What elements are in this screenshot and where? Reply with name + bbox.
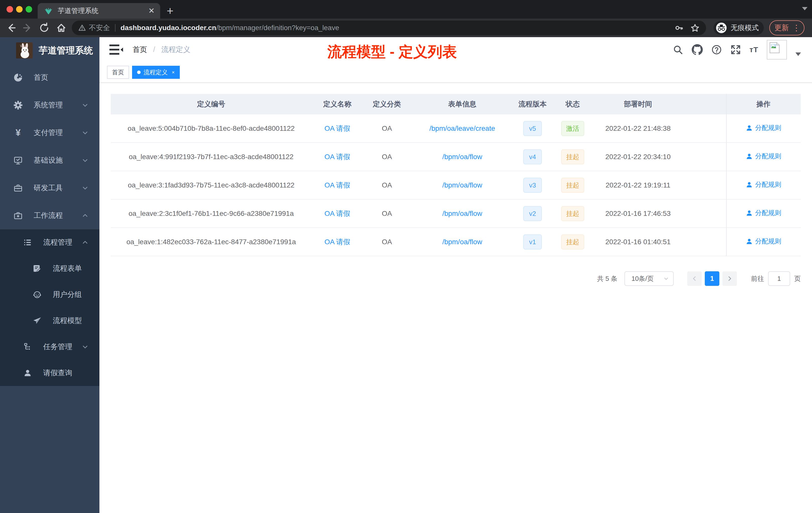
form-link[interactable]: /bpm/oa/flow — [442, 210, 482, 217]
cell-deploy-time: 2022-01-22 19:19:11 — [594, 181, 682, 189]
window-minimize-button[interactable] — [16, 6, 23, 12]
form-link[interactable]: /bpm/oa/flow — [442, 153, 482, 161]
forward-icon[interactable] — [22, 22, 33, 33]
cell-category: OA — [363, 124, 411, 132]
avatar-dropdown-caret-icon[interactable] — [795, 53, 801, 56]
definition-name-link[interactable]: OA 请假 — [324, 238, 350, 246]
goto-label: 前往 — [751, 274, 764, 283]
version-badge: v2 — [523, 206, 542, 221]
logo-rabbit-image — [16, 42, 33, 58]
page-size-select[interactable]: 10条/页 — [625, 271, 674, 286]
browser-menu-icon[interactable]: ⋮ — [792, 24, 801, 32]
github-icon[interactable] — [692, 44, 703, 55]
cell-definition-id: oa_leave:1:482ec033-762a-11ec-8477-a2380… — [111, 238, 312, 246]
sidebar-item-user-group[interactable]: 用户分组 — [0, 281, 99, 308]
assign-rule-button[interactable]: 分配规则 — [746, 123, 781, 132]
sidebar-collapse-hamburger-icon[interactable] — [109, 43, 123, 56]
assign-rule-button[interactable]: 分配规则 — [746, 180, 781, 189]
reload-icon[interactable] — [39, 22, 50, 33]
password-key-icon[interactable] — [674, 23, 684, 32]
browser-tab-strip: 芋道管理系统 ✕ + — [0, 0, 812, 19]
pagination-total: 共 5 条 — [597, 274, 617, 283]
cell-definition-id: oa_leave:3:1fad3d93-7b75-11ec-a3c8-acde4… — [111, 181, 312, 189]
cell-deploy-time: 2022-01-16 01:40:51 — [594, 238, 682, 246]
sidebar-logo[interactable]: 芋道管理系统 — [0, 37, 99, 64]
definition-name-link[interactable]: OA 请假 — [324, 210, 350, 217]
form-link[interactable]: /bpm/oa/flow — [442, 181, 482, 189]
user-icon — [746, 238, 753, 245]
tab-search-caret-icon[interactable] — [802, 7, 808, 10]
tag-home[interactable]: 首页 — [107, 66, 129, 79]
browser-update-button[interactable]: 更新 ⋮ — [769, 20, 805, 35]
sidebar-item-task-management[interactable]: 任务管理 — [0, 334, 99, 360]
sidebar-item-leave-query[interactable]: 请假查询 — [0, 360, 99, 386]
new-tab-button[interactable]: + — [167, 4, 174, 17]
form-link[interactable]: /bpm/oa/leave/create — [429, 124, 495, 132]
assign-rule-button[interactable]: 分配规则 — [746, 209, 781, 217]
tag-close-icon[interactable]: × — [172, 69, 175, 75]
security-label[interactable]: 不安全 — [89, 23, 110, 33]
user-icon — [746, 124, 753, 131]
tag-process-definition[interactable]: 流程定义 × — [132, 66, 180, 79]
sidebar-item-process-model[interactable]: 流程模型 — [0, 308, 99, 334]
window-controls[interactable] — [6, 6, 32, 12]
workflow-submenu: 流程管理 流程表单 — [0, 230, 99, 386]
fullscreen-icon[interactable] — [730, 44, 741, 55]
definition-name-link[interactable]: OA 请假 — [324, 124, 350, 132]
breadcrumb-home[interactable]: 首页 — [133, 46, 147, 54]
table-row: oa_leave:2:3c1f0ef1-76b1-11ec-9c66-a2380… — [111, 200, 801, 228]
update-label[interactable]: 更新 — [774, 23, 789, 33]
prev-page-button[interactable] — [687, 271, 702, 286]
column-header-name: 定义名称 — [312, 99, 363, 109]
sidebar-item-system[interactable]: 系统管理 — [0, 91, 99, 119]
sidebar-item-label: 流程模型 — [53, 316, 82, 326]
definition-name-link[interactable]: OA 请假 — [324, 181, 350, 189]
font-size-icon[interactable]: ᴛT — [750, 46, 758, 54]
assign-rule-button[interactable]: 分配规则 — [746, 237, 781, 246]
sidebar-item-label: 流程表单 — [53, 264, 82, 274]
search-icon[interactable] — [673, 44, 683, 55]
briefcase-icon — [13, 211, 23, 220]
incognito-label: 无痕模式 — [731, 23, 759, 33]
sidebar-item-process-management[interactable]: 流程管理 — [0, 230, 99, 255]
address-bar[interactable]: 不安全 dashboard.yudao.iocoder.cn/bpm/manag… — [72, 21, 706, 35]
bookmark-star-icon[interactable] — [691, 23, 699, 32]
sidebar-item-label: 工作流程 — [34, 211, 63, 221]
assign-rule-button[interactable]: 分配规则 — [746, 152, 781, 161]
sidebar-item-process-form[interactable]: 流程表单 — [0, 255, 99, 281]
status-badge: 挂起 — [561, 234, 584, 249]
column-header-deploy-time: 部署时间 — [594, 99, 682, 109]
omnibox-divider — [115, 24, 116, 32]
sidebar: 芋道管理系统 首页 系统管理 ¥ 支付管理 — [0, 37, 99, 513]
cell-form-info: /bpm/oa/flow — [411, 238, 514, 246]
definition-name-link[interactable]: OA 请假 — [324, 153, 350, 161]
url-text[interactable]: dashboard.yudao.iocoder.cn/bpm/manager/d… — [120, 24, 669, 32]
tab-close-icon[interactable]: ✕ — [148, 7, 155, 14]
home-icon[interactable] — [56, 22, 67, 33]
goto-page-input[interactable] — [768, 271, 790, 286]
cell-category: OA — [363, 153, 411, 161]
cell-definition-name: OA 请假 — [312, 237, 363, 247]
window-zoom-button[interactable] — [26, 6, 32, 12]
column-header-version: 流程版本 — [514, 99, 551, 109]
back-icon[interactable] — [5, 22, 17, 33]
sidebar-item-home[interactable]: 首页 — [0, 64, 99, 91]
cell-definition-id: oa_leave:4:991f2193-7b7f-11ec-a3c8-acde4… — [111, 153, 312, 161]
form-link[interactable]: /bpm/oa/flow — [442, 238, 482, 246]
column-header-status: 状态 — [551, 99, 594, 109]
sidebar-item-infrastructure[interactable]: 基础设施 — [0, 147, 99, 174]
chevron-down-icon — [82, 129, 88, 136]
avatar[interactable] — [767, 40, 787, 59]
page-number-button[interactable]: 1 — [705, 271, 719, 286]
sidebar-item-devtools[interactable]: 研发工具 — [0, 174, 99, 202]
cell-deploy-time: 2022-01-22 20:34:10 — [594, 153, 682, 161]
next-page-button[interactable] — [722, 271, 737, 286]
help-icon[interactable] — [711, 44, 722, 55]
chevron-down-icon — [82, 157, 88, 163]
browser-tab[interactable]: 芋道管理系统 ✕ — [38, 3, 160, 19]
window-close-button[interactable] — [6, 6, 13, 12]
tree-icon — [23, 342, 33, 351]
sidebar-item-workflow[interactable]: 工作流程 — [0, 202, 99, 230]
sidebar-item-payment[interactable]: ¥ 支付管理 — [0, 119, 99, 147]
annotation-title: 流程模型 - 定义列表 — [327, 42, 457, 62]
